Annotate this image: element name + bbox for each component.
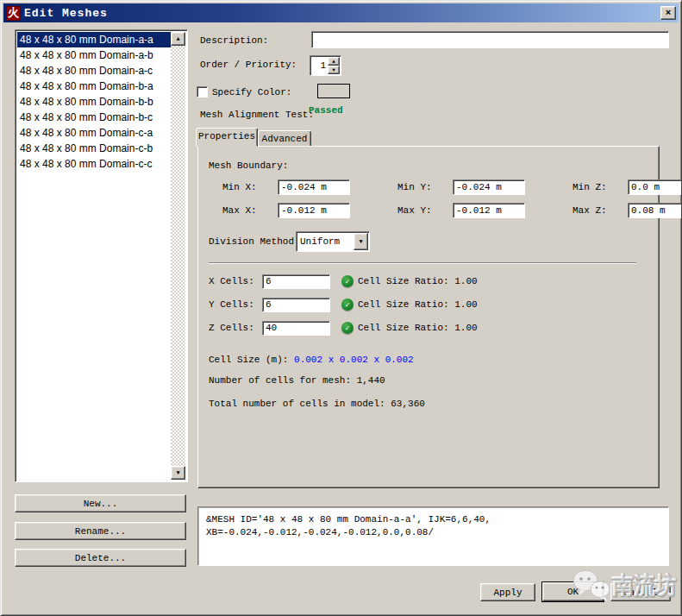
list-item[interactable]: 48 x 48 x 80 mm Domain-b-a	[17, 79, 171, 94]
rename-button[interactable]: Rename...	[15, 522, 186, 540]
tab-properties-label: Properties	[198, 131, 255, 141]
cancel-button[interactable]: Cancel	[610, 583, 671, 601]
scroll-up-icon[interactable]: ▲	[171, 32, 185, 46]
mesh-list: 48 x 48 x 80 mm Domain-a-a48 x 48 x 80 m…	[17, 32, 171, 480]
mesh-alignment-status: Passed	[309, 105, 343, 116]
boundary-input[interactable]	[628, 179, 682, 195]
cells-input[interactable]	[262, 298, 330, 312]
list-scrollbar[interactable]: ▲ ▼	[171, 32, 185, 480]
boundary-input[interactable]	[278, 179, 350, 195]
titlebar: 火 Edit Meshes ×	[3, 3, 679, 22]
cells-row: Y Cells:✓Cell Size Ratio: 1.00	[209, 297, 478, 312]
list-item[interactable]: 48 x 48 x 80 mm Domain-b-b	[17, 94, 171, 110]
cells-input[interactable]	[262, 321, 330, 336]
mesh-cell-count: Number of cells for mesh: 1,440	[209, 375, 385, 386]
check-circle-icon: ✓	[341, 299, 354, 311]
cell-size-ratio: Cell Size Ratio: 1.00	[358, 276, 478, 286]
cells-input[interactable]	[262, 274, 330, 289]
mesh-boundary-grid: Min X:Min Y:Min Z:Max X:Max Y:Max Z:	[222, 179, 682, 218]
close-icon[interactable]: ×	[660, 6, 676, 20]
division-method-value: Uniform	[297, 233, 354, 250]
divider	[209, 262, 636, 264]
mesh-listbox[interactable]: 48 x 48 x 80 mm Domain-a-a48 x 48 x 80 m…	[15, 29, 188, 482]
new-button[interactable]: New...	[15, 494, 186, 512]
order-priority-stepper[interactable]: 1 ▲ ▼	[310, 55, 341, 76]
boundary-label: Min X:	[222, 182, 278, 192]
boundary-label: Min Z:	[573, 182, 628, 192]
tab-properties[interactable]: Properties	[196, 128, 258, 147]
description-label: Description:	[200, 35, 268, 46]
fire-app-icon: 火	[6, 6, 21, 21]
cells-row: Z Cells:✓Cell Size Ratio: 1.00	[209, 320, 478, 336]
window-title: Edit Meshes	[24, 7, 108, 20]
boundary-label: Min Y:	[397, 182, 453, 192]
order-priority-value: 1	[310, 56, 328, 75]
apply-button[interactable]: Apply	[480, 583, 535, 601]
list-item[interactable]: 48 x 48 x 80 mm Domain-c-a	[17, 125, 171, 141]
scroll-down-icon[interactable]: ▼	[171, 466, 185, 480]
edit-meshes-dialog: 火 Edit Meshes × 48 x 48 x 80 mm Domain-a…	[0, 0, 682, 616]
chevron-down-icon[interactable]: ▼	[354, 233, 368, 250]
color-swatch[interactable]	[317, 84, 350, 98]
mesh-alignment-label: Mesh Alignment Test:	[200, 110, 314, 120]
boundary-label: Max X:	[222, 205, 278, 216]
cell-size-ratio: Cell Size Ratio: 1.00	[358, 299, 478, 310]
division-method-label: Division Method:	[209, 236, 300, 247]
list-item[interactable]: 48 x 48 x 80 mm Domain-c-c	[17, 156, 171, 172]
cell-size-label: Cell Size (m):	[209, 355, 288, 365]
specify-color-label: Specify Color:	[212, 87, 291, 97]
list-item[interactable]: 48 x 48 x 80 mm Domain-a-a	[17, 32, 171, 47]
boundary-input[interactable]	[628, 203, 682, 218]
boundary-input[interactable]	[278, 203, 350, 218]
check-circle-icon: ✓	[341, 275, 354, 287]
cell-size-value: 0.002 x 0.002 x 0.002	[294, 355, 414, 365]
boundary-label: Max Y:	[397, 205, 453, 216]
list-item[interactable]: 48 x 48 x 80 mm Domain-a-b	[17, 47, 171, 63]
spin-down-icon[interactable]: ▼	[328, 66, 340, 74]
specify-color-checkbox[interactable]	[197, 86, 208, 97]
fds-record-text[interactable]: &MESH ID='48 x 48 x 80 mm Domain-a-a', I…	[197, 506, 669, 566]
properties-panel: Mesh Boundary: Min X:Min Y:Min Z:Max X:M…	[197, 146, 660, 488]
cells-row: X Cells:✓Cell Size Ratio: 1.00	[209, 273, 478, 289]
total-cell-count: Total number of cells in model: 63,360	[209, 399, 425, 409]
cells-label: Y Cells:	[209, 299, 262, 310]
division-method-select[interactable]: Uniform ▼	[296, 231, 370, 252]
tab-advanced-label: Advanced	[262, 134, 308, 144]
list-item[interactable]: 48 x 48 x 80 mm Domain-c-b	[17, 141, 171, 156]
tab-advanced[interactable]: Advanced	[258, 130, 311, 147]
mesh-boundary-label: Mesh Boundary:	[209, 160, 288, 171]
list-item[interactable]: 48 x 48 x 80 mm Domain-b-c	[17, 110, 171, 125]
delete-button[interactable]: Delete...	[15, 549, 186, 567]
description-input[interactable]	[311, 31, 669, 48]
ok-button[interactable]: OK	[542, 582, 604, 601]
boundary-input[interactable]	[453, 203, 525, 218]
cell-size-line: Cell Size (m): 0.002 x 0.002 x 0.002	[209, 355, 414, 365]
spin-up-icon[interactable]: ▲	[328, 57, 340, 66]
cells-label: Z Cells:	[209, 323, 262, 333]
cell-size-ratio: Cell Size Ratio: 1.00	[358, 323, 478, 333]
order-priority-label: Order / Priority:	[200, 60, 297, 70]
list-item[interactable]: 48 x 48 x 80 mm Domain-a-c	[17, 63, 171, 79]
boundary-label: Max Z:	[573, 205, 628, 216]
boundary-input[interactable]	[453, 179, 525, 195]
check-circle-icon: ✓	[341, 322, 354, 334]
cells-label: X Cells:	[209, 276, 262, 286]
